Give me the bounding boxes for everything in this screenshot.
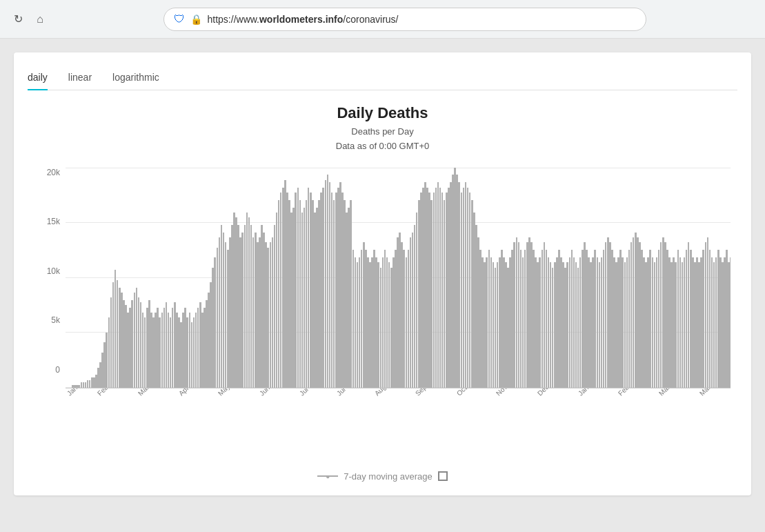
chart-container: Daily Deaths Deaths per Day Data as of 0… — [28, 104, 737, 482]
url-display: https://www.worldometers.info/coronaviru… — [208, 14, 636, 25]
x-label: Mar 29, 2021 — [698, 388, 731, 419]
chart-wrapper: 20k 15k 10k 5k 0 — [34, 168, 731, 388]
home-button[interactable]: ⌂ — [33, 12, 47, 26]
y-label-5k: 5k — [34, 315, 66, 325]
subtitle-line2: Data as of 0:00 GMT+0 — [336, 141, 429, 151]
chart-legend: 7-day moving average — [34, 471, 731, 482]
moving-average-line-icon — [317, 475, 338, 477]
chart-plot — [66, 168, 731, 388]
bar — [730, 257, 731, 388]
address-bar[interactable]: 🛡 🔒 https://www.worldometers.info/corona… — [163, 8, 646, 31]
reload-button[interactable]: ↻ — [11, 12, 25, 26]
subtitle-line1: Deaths per Day — [351, 126, 413, 137]
chart-tabs: daily linear logarithmic — [28, 66, 737, 90]
tab-linear[interactable]: linear — [68, 66, 92, 90]
shield-icon: 🛡 — [174, 13, 185, 26]
bars-container — [66, 168, 731, 388]
y-label-20k: 20k — [34, 168, 66, 177]
y-label-0: 0 — [34, 365, 66, 375]
chart-card: daily linear logarithmic Daily Deaths De… — [14, 52, 751, 495]
x-axis: Jan 22, ...Feb 18, 2020Mar 16, 2020Apr 1… — [66, 388, 731, 430]
url-domain: worldometers.info — [259, 14, 343, 25]
tab-daily[interactable]: daily — [28, 66, 48, 90]
browser-chrome: ↻ ⌂ 🛡 🔒 https://www.worldometers.info/co… — [0, 0, 765, 39]
page-content: daily linear logarithmic Daily Deaths De… — [0, 39, 765, 509]
chart-subtitle: Deaths per Day Data as of 0:00 GMT+0 — [34, 125, 731, 154]
chart-title: Daily Deaths — [34, 104, 731, 122]
lock-icon: 🔒 — [190, 14, 202, 25]
y-axis: 20k 15k 10k 5k 0 — [34, 168, 66, 388]
legend-box-icon — [438, 471, 448, 481]
legend-label: 7-day moving average — [344, 471, 433, 482]
y-label-10k: 10k — [34, 266, 66, 276]
tab-logarithmic[interactable]: logarithmic — [112, 66, 159, 90]
y-label-15k: 15k — [34, 217, 66, 226]
